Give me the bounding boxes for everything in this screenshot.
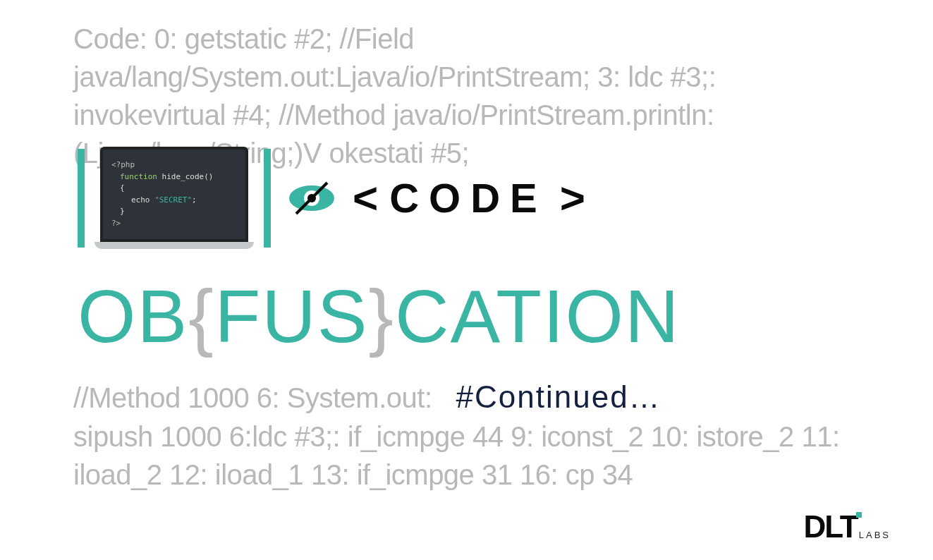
- continued-label: #Continued…: [456, 379, 661, 415]
- php-echo: echo: [131, 195, 154, 205]
- background-bytecode-bottom: sipush 1000 6:ldc #3;: if_icmpge 44 9: i…: [73, 418, 862, 494]
- title-brace-open: {: [188, 274, 214, 359]
- php-close-tag: ?>: [111, 219, 121, 228]
- bytecode-fragment-1: //Method 1000 6: System.out:: [73, 382, 432, 414]
- logo-labs-text: LABS: [859, 530, 891, 540]
- angle-bracket-right: >: [560, 173, 584, 223]
- angle-bracket-left: <: [353, 173, 377, 223]
- php-brace-close: }: [120, 207, 125, 216]
- vertical-accent-bar-left: [78, 149, 85, 248]
- php-string: "SECRET": [154, 195, 192, 205]
- hero-graphics-row: <?php function hide_code() { echo "SECRE…: [78, 147, 584, 249]
- php-function-name: hide_code(): [157, 172, 213, 181]
- logo-accent-square: [856, 512, 862, 518]
- bottom-line-1: //Method 1000 6: System.out: #Continued…: [73, 379, 862, 415]
- code-word: CODE: [389, 174, 547, 221]
- dlt-labs-logo: DLT LABS: [803, 509, 891, 544]
- logo-dlt: DLT: [803, 509, 857, 544]
- php-brace-open: {: [120, 183, 125, 193]
- vertical-accent-bar-right: [264, 149, 271, 248]
- laptop-base: [94, 242, 254, 249]
- title-part-fus: FUS: [215, 274, 369, 359]
- php-open-tag: <?php: [111, 160, 135, 169]
- title-part-ob: OB: [78, 274, 188, 359]
- title-part-cation: CATION: [395, 274, 681, 359]
- bottom-text-block: //Method 1000 6: System.out: #Continued……: [73, 379, 862, 494]
- logo-main-text: DLT: [803, 509, 857, 544]
- main-title: OB { FUS } CATION: [78, 274, 681, 359]
- laptop-screen: <?php function hide_code() { echo "SECRE…: [100, 147, 248, 242]
- php-semicolon: ;: [192, 195, 197, 205]
- laptop-illustration: <?php function hide_code() { echo "SECRE…: [100, 147, 248, 249]
- php-keyword-function: function: [120, 172, 157, 181]
- title-brace-close: }: [369, 274, 395, 359]
- code-tag-graphic: < CODE >: [353, 173, 584, 223]
- hidden-eye-icon: [286, 180, 337, 217]
